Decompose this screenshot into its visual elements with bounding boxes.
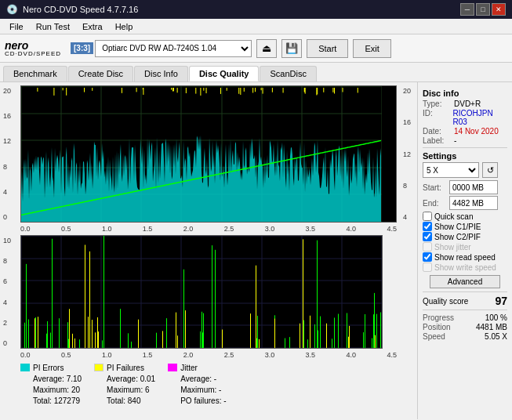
- drive-selector: [3:3] Optiarc DVD RW AD-7240S 1.04: [71, 40, 252, 57]
- show-c2pif-label: Show C2/PIF: [434, 233, 481, 241]
- show-c1pie-checkbox[interactable]: [423, 222, 432, 231]
- disc-id-label: ID:: [423, 109, 452, 126]
- pi-errors-label: PI Errors: [33, 363, 82, 374]
- progress-value: 100 %: [485, 313, 507, 322]
- speed-label: Speed: [423, 332, 445, 341]
- tab-benchmark[interactable]: Benchmark: [3, 66, 67, 81]
- show-write-speed-checkbox[interactable]: [423, 262, 432, 272]
- bottom-chart-y-labels-left: 10 8 6 4 2 0: [3, 235, 11, 349]
- save-button[interactable]: 💾: [281, 39, 302, 58]
- quality-score-row: Quality score 97: [423, 295, 507, 307]
- right-panel: Disc info Type: DVD+R ID: RICOHJPN R03 D…: [417, 82, 512, 419]
- progress-label: Progress: [423, 313, 454, 322]
- bottom-chart: [20, 235, 383, 349]
- tab-disc-quality[interactable]: Disc Quality: [189, 66, 260, 81]
- quick-scan-checkbox[interactable]: [423, 212, 432, 221]
- refresh-button[interactable]: ↺: [482, 162, 498, 178]
- pi-failures-total-value: 840: [128, 396, 141, 405]
- end-mb-label: End:: [423, 199, 446, 208]
- show-c2pif-row: Show C2/PIF: [423, 232, 507, 241]
- pi-failures-stats: PI Failures Average: 0.01 Maximum: 6 Tot…: [107, 363, 155, 407]
- show-c2pif-checkbox[interactable]: [423, 232, 432, 241]
- pi-errors-max-label: Maximum:: [33, 386, 69, 394]
- position-label: Position: [423, 323, 451, 331]
- quick-scan-row: Quick scan: [423, 212, 507, 221]
- legend-pi-errors: PI Errors Average: 7.10 Maximum: 20 Tota…: [20, 363, 82, 407]
- show-jitter-checkbox[interactable]: [423, 242, 432, 252]
- pi-failures-max-label: Maximum:: [107, 386, 143, 394]
- speed-row: Speed 5.05 X: [423, 332, 507, 341]
- start-mb-input[interactable]: [449, 180, 498, 194]
- pi-errors-total-value: 127279: [54, 396, 80, 405]
- jitter-stats: Jitter Average: - Maximum: - PO failures…: [180, 363, 226, 407]
- drive-dropdown[interactable]: Optiarc DVD RW AD-7240S 1.04: [95, 40, 252, 57]
- disc-date-value: 14 Nov 2020: [454, 127, 499, 136]
- show-read-speed-label: Show read speed: [434, 253, 496, 262]
- show-read-speed-checkbox[interactable]: [423, 252, 432, 262]
- quality-score-label: Quality score: [423, 297, 468, 306]
- pi-errors-avg-value: 7.10: [67, 375, 82, 383]
- menu-bar: File Run Test Extra Help: [0, 19, 512, 34]
- pi-errors-total-label: Total:: [33, 396, 52, 405]
- toolbar: nero CD·DVD/SPEED [3:3] Optiarc DVD RW A…: [0, 34, 512, 63]
- start-button[interactable]: Start: [307, 39, 348, 58]
- pi-errors-stats: PI Errors Average: 7.10 Maximum: 20 Tota…: [33, 363, 82, 407]
- pi-errors-max-value: 20: [71, 386, 80, 394]
- app-icon: 💿: [6, 4, 18, 15]
- menu-help[interactable]: Help: [109, 21, 140, 32]
- position-row: Position 4481 MB: [423, 323, 507, 331]
- exit-button[interactable]: Exit: [353, 39, 390, 58]
- tab-disc-info[interactable]: Disc Info: [134, 66, 188, 81]
- start-mb-row: Start:: [423, 180, 507, 194]
- speed-select[interactable]: 5 X Max 2 X 4 X 8 X: [423, 162, 479, 178]
- settings-title: Settings: [423, 151, 507, 161]
- top-chart: [20, 85, 397, 223]
- top-chart-x-labels: 0.0 0.5 1.0 1.5 2.0 2.5 3.0 3.5 4.0 4.5: [20, 224, 397, 234]
- nero-product-text: CD·DVD/SPEED: [5, 51, 61, 57]
- nero-logo: nero CD·DVD/SPEED: [5, 40, 61, 57]
- menu-extra[interactable]: Extra: [76, 21, 109, 32]
- maximize-button[interactable]: □: [476, 3, 490, 16]
- show-write-speed-label: Show write speed: [434, 263, 496, 272]
- pi-failures-total-label: Total:: [107, 396, 125, 405]
- close-button[interactable]: ✕: [492, 3, 506, 16]
- pi-failures-color-swatch: [94, 364, 103, 371]
- disc-label-row: Label: -: [423, 136, 507, 145]
- quality-score-value: 97: [495, 295, 507, 307]
- menu-file[interactable]: File: [3, 21, 30, 32]
- speed-value: 5.05 X: [485, 332, 507, 341]
- main-content: 20 16 12 8 4 0 20 16 12 8 4: [0, 82, 512, 419]
- pi-failures-avg-label: Average:: [107, 375, 138, 383]
- bottom-chart-wrapper: 10 8 6 4 2 0: [20, 235, 397, 349]
- disc-info-title: Disc info: [423, 89, 507, 98]
- title-bar: 💿 Nero CD-DVD Speed 4.7.7.16 ─ □ ✕: [0, 0, 512, 19]
- tab-scan-disc[interactable]: ScanDisc: [260, 66, 316, 81]
- disc-type-row: Type: DVD+R: [423, 100, 507, 108]
- tab-create-disc[interactable]: Create Disc: [68, 66, 133, 81]
- top-chart-wrapper: 20 16 12 8 4 0 20 16 12 8 4: [20, 85, 397, 223]
- window-controls: ─ □ ✕: [460, 3, 506, 16]
- speed-setting-row: 5 X Max 2 X 4 X 8 X ↺: [423, 162, 507, 178]
- show-c1pie-row: Show C1/PIE: [423, 222, 507, 231]
- show-write-speed-row: Show write speed: [423, 262, 507, 272]
- advanced-button[interactable]: Advanced: [430, 275, 500, 288]
- menu-run-test[interactable]: Run Test: [30, 21, 76, 32]
- eject-button[interactable]: ⏏: [256, 39, 277, 58]
- pi-errors-avg-label: Average:: [33, 375, 64, 383]
- disc-date-label: Date:: [423, 127, 454, 136]
- show-jitter-label: Show jitter: [434, 243, 471, 252]
- title-bar-text: Nero CD-DVD Speed 4.7.7.16: [23, 5, 138, 14]
- nero-brand-text: nero: [5, 40, 61, 51]
- disc-type-value: DVD+R: [454, 100, 481, 108]
- end-mb-input[interactable]: [449, 196, 498, 210]
- tab-bar: Benchmark Create Disc Disc Info Disc Qua…: [0, 63, 512, 82]
- drive-label: [3:3]: [71, 42, 93, 54]
- minimize-button[interactable]: ─: [460, 3, 474, 16]
- quick-scan-label: Quick scan: [434, 212, 473, 221]
- disc-id-row: ID: RICOHJPN R03: [423, 109, 507, 126]
- pi-failures-label: PI Failures: [107, 363, 155, 374]
- disc-date-row: Date: 14 Nov 2020: [423, 127, 507, 136]
- progress-section: Progress 100 % Position 4481 MB Speed 5.…: [423, 313, 507, 341]
- disc-label-label: Label:: [423, 136, 454, 145]
- disc-type-label: Type:: [423, 100, 454, 108]
